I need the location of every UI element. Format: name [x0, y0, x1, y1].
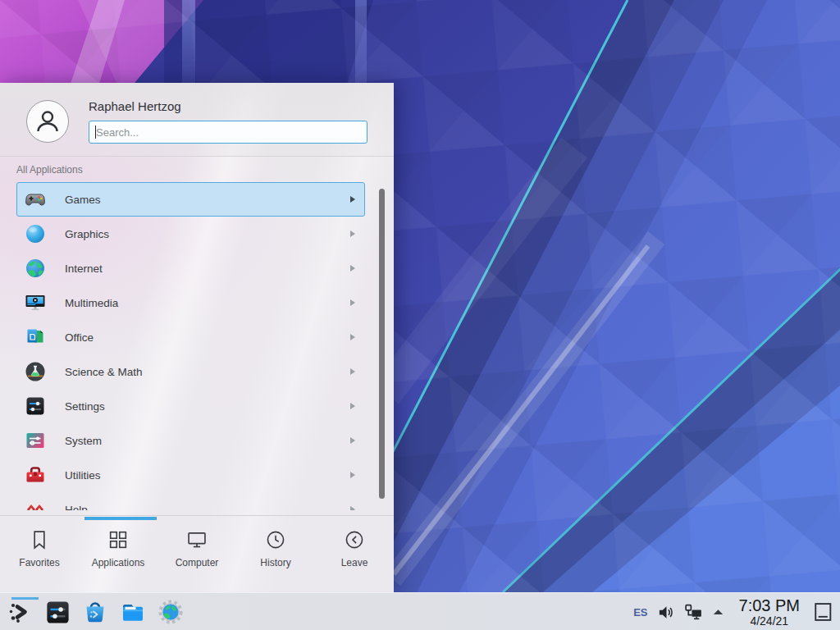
user-avatar-icon[interactable] [26, 100, 69, 143]
tab-favorites[interactable]: Favorites [0, 516, 79, 592]
file-manager-button[interactable] [118, 597, 148, 627]
discover-button[interactable] [80, 597, 110, 627]
keyboard-layout-indicator[interactable]: ES [633, 606, 647, 619]
menu-item-help[interactable]: Help [16, 492, 365, 510]
settings-app-icon [45, 600, 71, 625]
taskbar-launchers [5, 593, 185, 630]
web-browser-button[interactable] [156, 597, 185, 627]
menu-item-internet[interactable]: Internet [16, 251, 365, 285]
globe-icon [25, 258, 46, 279]
menu-item-science-math[interactable]: Science & Math [16, 354, 365, 389]
folder-icon [120, 599, 146, 625]
flask-icon [25, 361, 46, 382]
menu-item-label: Science & Math [65, 366, 143, 378]
kde-kicker-icon [7, 599, 33, 625]
menu-item-label: Utilities [65, 469, 101, 482]
application-launcher-menu: Raphael Hertzog All Applications Games [0, 83, 394, 592]
system-settings-button[interactable] [43, 597, 72, 627]
toolbox-icon [25, 464, 46, 486]
user-name: Raphael Hertzog [89, 99, 181, 113]
menu-item-graphics[interactable]: Graphics [16, 217, 365, 251]
tab-label: Leave [341, 557, 368, 568]
menu-item-label: Games [65, 194, 101, 206]
submenu-arrow-icon [350, 334, 355, 340]
launcher-header: Raphael Hertzog [0, 83, 394, 157]
bookmark-icon [28, 528, 51, 551]
computer-icon [185, 528, 208, 551]
tab-leave[interactable]: Leave [315, 516, 394, 592]
submenu-arrow-icon [350, 265, 355, 272]
digital-clock[interactable]: 7:03 PM 4/24/21 [739, 597, 800, 627]
grid-icon [107, 528, 130, 551]
clock-time: 7:03 PM [739, 597, 800, 614]
submenu-arrow-icon [350, 472, 355, 478]
text-caret [95, 126, 96, 139]
lifebuoy-icon [25, 499, 46, 510]
section-header: All Applications [16, 164, 83, 176]
scrollbar[interactable] [379, 189, 385, 499]
documents-icon [25, 326, 46, 348]
application-launcher-button[interactable] [5, 597, 34, 627]
submenu-arrow-icon [350, 299, 355, 306]
taskbar-panel: ES [0, 592, 840, 630]
tab-label: Applications [92, 557, 145, 568]
clock-date: 4/24/21 [750, 615, 788, 627]
tab-computer[interactable]: Computer [158, 516, 236, 592]
gamepad-icon [25, 189, 46, 210]
menu-item-label: System [65, 435, 102, 447]
submenu-arrow-icon [350, 403, 355, 409]
submenu-arrow-icon [350, 437, 355, 444]
menu-item-multimedia[interactable]: Multimedia [16, 285, 365, 320]
tab-label: History [260, 557, 290, 568]
active-tab-indicator [84, 517, 157, 520]
active-task-indicator [11, 597, 39, 600]
show-desktop-button[interactable] [811, 600, 834, 623]
show-desktop-icon [811, 600, 834, 623]
monitor-play-icon [25, 292, 46, 313]
menu-item-label: Help [65, 504, 88, 511]
expand-tray-caret-icon[interactable] [711, 605, 725, 619]
tab-label: Computer [176, 557, 219, 568]
tab-history[interactable]: History [236, 516, 315, 592]
volume-icon[interactable] [657, 603, 676, 622]
leave-circle-icon [343, 528, 366, 551]
sphere-icon [25, 223, 46, 244]
globe-gear-icon [158, 599, 184, 625]
menu-item-office[interactable]: Office [16, 320, 365, 354]
menu-item-label: Office [65, 331, 94, 344]
submenu-arrow-icon [350, 368, 355, 375]
menu-item-label: Internet [65, 262, 103, 275]
menu-item-label: Graphics [65, 228, 109, 240]
menu-item-settings[interactable]: Settings [16, 389, 365, 423]
launcher-tab-bar: Favorites Applications Computer [0, 515, 394, 592]
wired-network-icon[interactable] [683, 602, 704, 623]
menu-item-label: Multimedia [65, 297, 118, 309]
search-input[interactable] [89, 121, 368, 144]
system-tray: ES [633, 593, 840, 630]
application-category-list: Games Graphics [0, 182, 394, 510]
clock-icon [264, 528, 287, 551]
submenu-arrow-icon [350, 196, 355, 203]
menu-item-label: Settings [65, 400, 105, 413]
menu-item-games[interactable]: Games [16, 182, 365, 217]
sliders-color-icon [25, 430, 46, 451]
tab-label: Favorites [19, 557, 59, 568]
menu-item-utilities[interactable]: Utilities [16, 458, 365, 492]
sliders-dark-icon [25, 395, 46, 417]
tab-applications[interactable]: Applications [79, 516, 158, 592]
software-bag-icon [82, 599, 108, 625]
submenu-arrow-icon [350, 506, 355, 511]
desktop: Raphael Hertzog All Applications Games [0, 0, 840, 630]
submenu-arrow-icon [350, 231, 355, 237]
menu-item-system[interactable]: System [16, 423, 365, 458]
